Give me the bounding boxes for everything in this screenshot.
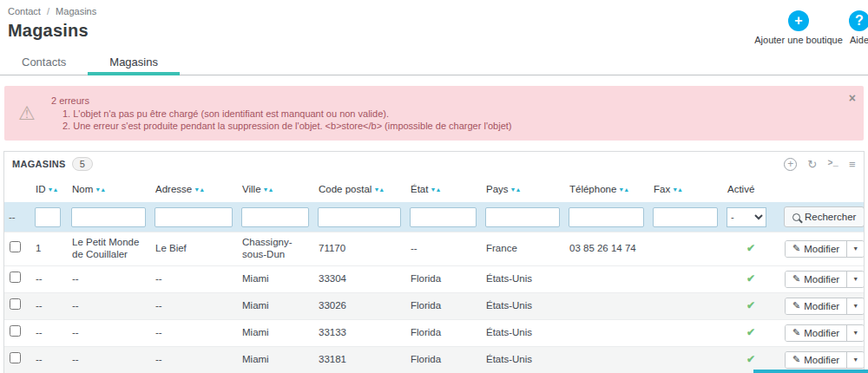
edit-button[interactable]: ✎Modifier (786, 298, 846, 314)
edit-dropdown-toggle[interactable]: ▼ (846, 298, 864, 314)
column-header-telephone[interactable]: Téléphone▼▲ (564, 176, 648, 202)
edit-button[interactable]: ✎Modifier (786, 325, 846, 341)
column-header-code-postal[interactable]: Code postal▼▲ (313, 176, 405, 202)
cell-code-postal: 33304 (313, 265, 405, 292)
filter-telephone-input[interactable] (569, 207, 644, 227)
breadcrumb-contact[interactable]: Contact (8, 6, 41, 16)
caret-down-icon: ▼ (852, 276, 858, 282)
column-header-ville[interactable]: Ville▼▲ (237, 176, 313, 202)
row-checkbox[interactable] (10, 352, 21, 363)
column-header-etat[interactable]: État▼▲ (405, 176, 481, 202)
sql-query-icon[interactable]: >_ (828, 160, 839, 168)
edit-dropdown-toggle[interactable]: ▼ (846, 241, 864, 257)
alert-error-1: 1. L'objet n'a pas pu être chargé (son i… (62, 108, 834, 119)
sort-icons[interactable]: ▼▲ (510, 186, 521, 193)
filter-code-postal-input[interactable] (318, 207, 401, 227)
table-row: -- -- -- Miami 33026 Florida États-Unis … (4, 292, 864, 319)
column-header-nom[interactable]: Nom▼▲ (67, 176, 150, 202)
sort-asc-icon[interactable]: ▲ (677, 186, 682, 193)
sort-icons[interactable]: ▼▲ (48, 186, 58, 193)
sort-asc-icon[interactable]: ▲ (435, 186, 440, 193)
row-checkbox-cell (4, 292, 30, 319)
edit-dropdown-toggle[interactable]: ▼ (846, 272, 864, 287)
sort-asc-icon[interactable]: ▲ (267, 186, 273, 193)
bottom-decoration-bar (753, 370, 868, 373)
cell-nom: -- (67, 346, 150, 373)
filter-ville-input[interactable] (241, 207, 309, 227)
column-header-fax[interactable]: Fax▼▲ (648, 176, 722, 202)
alert-error-list: 1. L'objet n'a pas pu être chargé (son i… (51, 108, 834, 131)
cell-telephone (564, 346, 648, 373)
panel-add-icon[interactable]: + (784, 158, 797, 171)
sort-icons[interactable]: ▼▲ (263, 186, 273, 193)
table-row: -- -- -- Miami 33133 Florida États-Unis … (4, 319, 864, 346)
sort-icons[interactable]: ▼▲ (430, 186, 440, 193)
filter-adresse-input[interactable] (155, 207, 233, 227)
sort-asc-icon[interactable]: ▲ (100, 186, 105, 193)
sort-asc-icon[interactable]: ▲ (378, 186, 384, 193)
sort-asc-icon[interactable]: ▲ (516, 186, 521, 193)
cell-nom: -- (67, 265, 150, 292)
panel-tools: + ↻ >_ ≡ (784, 158, 856, 171)
filter-id-input[interactable] (35, 207, 61, 227)
filter-nom-input[interactable] (71, 207, 146, 227)
row-checkbox[interactable] (10, 298, 21, 310)
sort-icons[interactable]: ▼▲ (618, 186, 628, 193)
filter-pays-input[interactable] (485, 207, 560, 227)
cell-etat: Florida (405, 346, 481, 373)
search-button[interactable]: Rechercher (784, 206, 864, 227)
edit-button[interactable]: ✎Modifier (786, 241, 846, 257)
sort-asc-icon[interactable]: ▲ (52, 186, 57, 193)
sort-asc-icon[interactable]: ▲ (623, 186, 628, 193)
cell-ville: Miami (237, 292, 313, 319)
page-header: Contact / Magasins Magasins + Ajouter un… (0, 0, 868, 41)
refresh-icon[interactable]: ↻ (807, 159, 817, 170)
sort-icons[interactable]: ▼▲ (95, 186, 105, 193)
edit-dropdown-toggle[interactable]: ▼ (846, 352, 864, 368)
sort-icons[interactable]: ▼▲ (672, 186, 682, 193)
tab-magasins[interactable]: Magasins (88, 49, 180, 75)
column-header-id[interactable]: ID▼▲ (30, 176, 67, 202)
tab-bar: Contacts Magasins (0, 49, 868, 75)
row-checkbox-cell (4, 319, 30, 346)
alert-title: 2 erreurs (51, 95, 834, 106)
edit-button[interactable]: ✎Modifier (786, 272, 846, 287)
table-row: -- -- -- Miami 33181 Florida États-Unis … (4, 346, 864, 373)
add-store-button[interactable]: + Ajouter une boutique (757, 10, 840, 45)
cell-id: -- (30, 346, 67, 373)
cell-telephone: 03 85 26 14 74 (564, 232, 648, 266)
cell-active: ✔ (722, 265, 779, 292)
sort-icons[interactable]: ▼▲ (373, 186, 384, 193)
filter-fax-input[interactable] (653, 207, 718, 227)
sort-asc-icon[interactable]: ▲ (199, 186, 204, 193)
sort-icons[interactable]: ▼▲ (194, 186, 204, 193)
close-icon[interactable]: × (849, 92, 856, 104)
caret-down-icon: ▼ (852, 245, 858, 252)
cell-fax (648, 265, 722, 292)
column-header-pays[interactable]: Pays▼▲ (481, 176, 564, 202)
enabled-check-icon: ✔ (746, 353, 755, 365)
cell-adresse: Le Bief (150, 232, 237, 266)
row-checkbox[interactable] (10, 325, 21, 337)
edit-button[interactable]: ✎Modifier (786, 352, 846, 368)
export-menu-icon[interactable]: ≡ (849, 159, 856, 170)
filter-etat-input[interactable] (410, 207, 477, 227)
edit-dropdown-toggle[interactable]: ▼ (846, 325, 864, 341)
help-button[interactable]: ? Aide (840, 10, 868, 45)
page-title: Magasins (8, 21, 859, 41)
breadcrumb-magasins[interactable]: Magasins (56, 6, 96, 16)
stores-panel: MAGASINS 5 + ↻ >_ ≡ ID▼▲ Nom▼▲ Adresse▼▲… (3, 151, 865, 373)
header-actions-col (779, 176, 864, 202)
tab-contacts[interactable]: Contacts (0, 49, 88, 75)
column-header-adresse[interactable]: Adresse▼▲ (150, 176, 237, 202)
filter-none: -- (4, 202, 30, 232)
row-checkbox[interactable] (10, 272, 21, 283)
edit-button-label: Modifier (804, 274, 839, 285)
edit-button-label: Modifier (804, 244, 839, 254)
cell-telephone (564, 292, 648, 319)
filter-enabled-select[interactable]: - (727, 207, 766, 227)
table-row: -- -- -- Miami 33304 Florida États-Unis … (4, 265, 864, 292)
column-header-active[interactable]: Activé (722, 176, 779, 202)
row-checkbox[interactable] (10, 241, 21, 252)
cell-etat: Florida (405, 319, 481, 346)
